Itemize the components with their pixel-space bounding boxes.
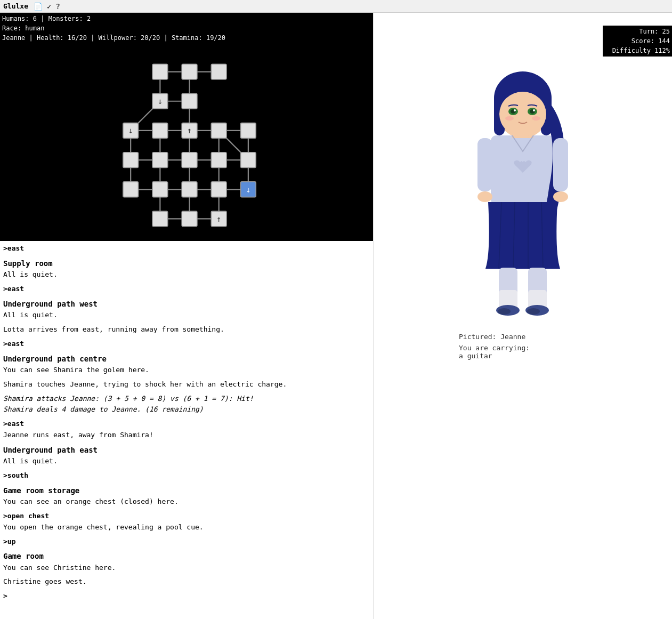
- check-icon[interactable]: ✓: [47, 2, 51, 11]
- normal-text: Lotta arrives from east, running away fr…: [3, 324, 370, 335]
- command-line: >south: [3, 470, 370, 481]
- score-display: Score: 144: [605, 36, 670, 46]
- command-line: >east: [3, 284, 370, 295]
- map-svg: ↓↓↑↓↑: [53, 57, 320, 228]
- command-line: >open chest: [3, 511, 370, 522]
- italic-text: Shamira deals 4 damage to Jeanne. (16 re…: [3, 404, 370, 415]
- prompt-symbol: >: [3, 244, 7, 252]
- command-text: open chest: [7, 512, 49, 520]
- svg-point-80: [477, 191, 492, 202]
- room-title: Supply room: [3, 258, 370, 269]
- svg-rect-78: [477, 138, 492, 191]
- prompt-symbol: >: [3, 512, 7, 520]
- svg-rect-47: [241, 123, 256, 139]
- svg-rect-55: [182, 182, 197, 197]
- svg-rect-46: [211, 123, 226, 139]
- svg-rect-48: [123, 152, 139, 168]
- normal-text: Christine goes west.: [3, 576, 370, 588]
- svg-point-93: [527, 308, 540, 315]
- status-bar: Humans: 6 | Monsters: 2 Race: human Jean…: [0, 13, 373, 44]
- svg-rect-36: [182, 64, 197, 79]
- svg-rect-79: [553, 138, 568, 191]
- prompt-symbol: >: [3, 285, 7, 293]
- command-text: south: [7, 471, 28, 479]
- left-panel: Humans: 6 | Monsters: 2 Race: human Jean…: [0, 13, 373, 619]
- svg-rect-50: [182, 152, 197, 168]
- svg-text:↓: ↓: [158, 97, 163, 106]
- carrying-item: a guitar: [459, 352, 592, 360]
- status-line3: Jeanne | Health: 16/20 | Willpower: 20/2…: [2, 33, 371, 43]
- room-title: Underground path west: [3, 298, 370, 310]
- svg-rect-59: [152, 211, 168, 227]
- command-text: east: [7, 340, 24, 348]
- command-line: >east: [3, 243, 370, 254]
- input-prompt[interactable]: >: [3, 591, 370, 602]
- normal-text: You can see Christine here.: [3, 562, 370, 574]
- svg-rect-56: [211, 182, 226, 197]
- menu-bar: Glulxe 📄 ✓ ?: [0, 0, 672, 13]
- svg-point-77: [532, 116, 540, 120]
- svg-point-81: [553, 191, 568, 202]
- command-line: >up: [3, 536, 370, 548]
- svg-rect-43: [152, 123, 168, 139]
- normal-text: Jeanne runs east, away from Shamira!: [3, 430, 370, 441]
- svg-rect-54: [152, 182, 168, 197]
- command-text: up: [7, 537, 16, 545]
- svg-text:↓: ↓: [246, 185, 250, 195]
- svg-rect-35: [152, 64, 168, 79]
- menu-icons: 📄 ✓ ?: [34, 2, 60, 11]
- svg-rect-40: [182, 93, 197, 109]
- svg-rect-53: [123, 182, 139, 197]
- app-name: Glulxe: [3, 2, 28, 10]
- svg-rect-60: [182, 211, 197, 227]
- svg-text:↑: ↑: [187, 126, 192, 135]
- map-area: ↓↓↑↓↑: [0, 44, 373, 241]
- page-icon[interactable]: 📄: [34, 2, 43, 11]
- normal-text: You open the orange chest, revealing a p…: [3, 522, 370, 533]
- prompt-symbol: >: [3, 340, 7, 348]
- normal-text: All is quiet.: [3, 310, 370, 321]
- svg-text:↓: ↓: [128, 126, 133, 135]
- svg-rect-52: [241, 152, 256, 168]
- svg-point-92: [498, 308, 511, 315]
- command-line: >east: [3, 339, 370, 350]
- normal-text: You can see an orange chest (closed) her…: [3, 496, 370, 508]
- italic-text: Shamira attacks Jeanne: (3 + 5 + 0 = 8) …: [3, 393, 370, 405]
- svg-point-75: [533, 109, 535, 111]
- character-image: [448, 29, 597, 327]
- normal-text: All is quiet.: [3, 269, 370, 280]
- turn-display: Turn: 25: [605, 27, 670, 36]
- svg-point-74: [514, 109, 516, 111]
- svg-rect-37: [211, 64, 226, 79]
- prompt-symbol: >: [3, 537, 7, 545]
- prompt-symbol: >: [3, 471, 7, 479]
- command-text: east: [7, 285, 24, 293]
- normal-text: All is quiet.: [3, 456, 370, 467]
- right-status: Turn: 25 Score: 144 Difficulty 112%: [603, 26, 672, 57]
- command-line: >east: [3, 419, 370, 430]
- prompt-symbol: >: [3, 420, 7, 428]
- svg-point-69: [499, 92, 546, 136]
- svg-text:↑: ↑: [216, 214, 221, 224]
- status-line1: Humans: 6 | Monsters: 2: [2, 14, 371, 23]
- command-text: east: [7, 244, 24, 252]
- normal-text: Shamira touches Jeanne, trying to shock …: [3, 379, 370, 390]
- character-svg: [448, 29, 597, 327]
- svg-rect-51: [211, 152, 226, 168]
- room-title: Game room storage: [3, 485, 370, 496]
- room-title: Underground path centre: [3, 353, 370, 365]
- difficulty-display: Difficulty 112%: [605, 46, 670, 55]
- prompt-gt: >: [3, 592, 7, 600]
- command-text: east: [7, 420, 24, 428]
- carrying-label: You are carrying:: [459, 344, 592, 352]
- svg-point-76: [505, 116, 514, 120]
- normal-text: You can see Shamira the golem here.: [3, 365, 370, 376]
- text-log[interactable]: >eastSupply roomAll is quiet.>eastUnderg…: [0, 241, 373, 619]
- room-title: Game room: [3, 550, 370, 562]
- svg-rect-49: [152, 152, 168, 168]
- room-title: Underground path east: [3, 444, 370, 456]
- help-icon[interactable]: ?: [55, 2, 60, 11]
- status-line2: Race: human: [2, 23, 371, 33]
- pictured-label: Pictured: Jeanne: [459, 333, 592, 341]
- right-panel: Pictured: Jeanne You are carrying: a gui…: [373, 13, 672, 619]
